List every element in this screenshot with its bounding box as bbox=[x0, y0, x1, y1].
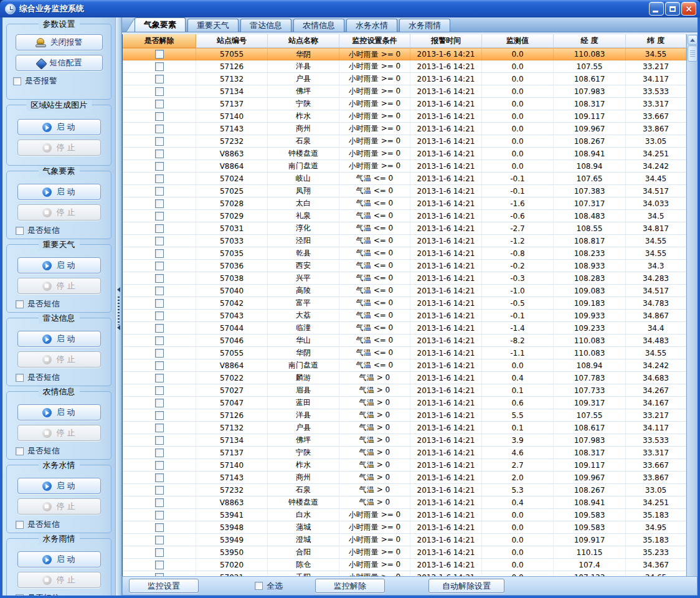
column-header-2[interactable]: 站点编号 bbox=[196, 34, 268, 48]
table-row[interactable]: 57046华山气温 <= 02013-1-6 14:21-8.2110.0833… bbox=[123, 335, 686, 347]
start-button[interactable]: 启 动 bbox=[17, 257, 101, 273]
table-row[interactable]: 57132户县气温 > 02013-1-6 14:210.1108.61734.… bbox=[123, 422, 686, 434]
sms-checkbox[interactable] bbox=[16, 594, 24, 596]
minimize-button[interactable] bbox=[649, 2, 664, 16]
table-row[interactable]: 57047蓝田气温 > 02013-1-6 14:210.6109.31734.… bbox=[123, 397, 686, 409]
close-button[interactable]: × bbox=[681, 2, 696, 16]
sidebar-splitter[interactable] bbox=[116, 17, 122, 596]
release-checkbox[interactable] bbox=[155, 561, 164, 569]
column-header-7[interactable]: 经 度 bbox=[554, 34, 626, 48]
start-button[interactable]: 启 动 bbox=[17, 331, 101, 347]
release-checkbox[interactable] bbox=[155, 249, 164, 258]
release-checkbox[interactable] bbox=[155, 100, 164, 108]
release-checkbox[interactable] bbox=[155, 75, 164, 83]
table-row[interactable]: 57033泾阳气温 <= 02013-1-6 14:21-1.2108.8173… bbox=[123, 235, 686, 247]
release-checkbox[interactable] bbox=[155, 386, 164, 395]
table-row[interactable]: 57137宁陕小时雨量 >= 02013-1-6 14:210.0108.317… bbox=[123, 98, 686, 110]
sms-checkbox[interactable] bbox=[16, 300, 24, 308]
column-header-1[interactable]: 是否解除 bbox=[123, 34, 196, 48]
start-button[interactable]: 启 动 bbox=[17, 404, 101, 420]
auto-release-button[interactable]: 自动解除设置 bbox=[428, 579, 504, 593]
vertical-scrollbar[interactable] bbox=[686, 34, 698, 576]
table-row[interactable]: 57134佛坪小时雨量 >= 02013-1-6 14:210.0107.983… bbox=[123, 85, 686, 98]
table-row[interactable]: V8863钟楼盘道小时雨量 >= 02013-1-6 14:210.0108.9… bbox=[123, 148, 686, 160]
table-row[interactable]: 57020陈仓小时雨量 >= 02013-1-6 14:210.0107.434… bbox=[123, 559, 686, 571]
table-row[interactable]: 57036西安气温 <= 02013-1-6 14:21-0.2108.9333… bbox=[123, 260, 686, 272]
close-alarm-button[interactable]: 关闭报警 bbox=[16, 34, 103, 50]
release-checkbox[interactable] bbox=[155, 87, 164, 96]
scrollbar-thumb[interactable] bbox=[688, 45, 698, 62]
stop-button[interactable]: 停 止 bbox=[17, 204, 101, 221]
table-row[interactable]: 53948蒲城小时雨量 >= 02013-1-6 14:210.0109.583… bbox=[123, 521, 686, 534]
column-header-8[interactable]: 纬 度 bbox=[626, 34, 686, 48]
table-row[interactable]: 57140柞水小时雨量 >= 02013-1-6 14:210.0109.117… bbox=[123, 110, 686, 123]
release-checkbox[interactable] bbox=[155, 237, 164, 245]
table-row[interactable]: 57025凤翔气温 <= 02013-1-6 14:21-0.1107.3833… bbox=[123, 185, 686, 197]
table-row[interactable]: 57055华阴小时雨量 >= 02013-1-6 14:210.0110.083… bbox=[123, 48, 686, 60]
table-row[interactable]: 57126洋县小时雨量 >= 02013-1-6 14:210.0107.553… bbox=[123, 60, 686, 73]
sms-checkbox[interactable] bbox=[16, 521, 24, 529]
stop-button[interactable]: 停 止 bbox=[17, 498, 101, 515]
tab-重要天气[interactable]: 重要天气 bbox=[187, 19, 239, 32]
table-row[interactable]: 57022麟游气温 > 02013-1-6 14:210.4107.78334.… bbox=[123, 372, 686, 384]
sms-checkbox[interactable] bbox=[16, 227, 24, 235]
monitor-set-button[interactable]: 监控设置 bbox=[129, 579, 199, 593]
splitter-grip[interactable] bbox=[118, 297, 120, 325]
release-checkbox[interactable] bbox=[155, 511, 164, 520]
release-checkbox[interactable] bbox=[155, 536, 164, 544]
release-checkbox[interactable] bbox=[155, 212, 164, 221]
table-row[interactable]: 57042富平气温 <= 02013-1-6 14:21-0.5109.1833… bbox=[123, 297, 686, 310]
release-checkbox[interactable] bbox=[155, 548, 164, 557]
table-row[interactable]: 57028太白气温 <= 02013-1-6 14:21-1.6107.3173… bbox=[123, 197, 686, 210]
table-row[interactable]: 57232石泉气温 > 02013-1-6 14:215.3108.26733.… bbox=[123, 484, 686, 496]
region-start-button[interactable]: 启 动 bbox=[17, 119, 101, 135]
release-checkbox[interactable] bbox=[155, 262, 164, 270]
tab-水务水情[interactable]: 水务水情 bbox=[346, 19, 397, 32]
table-row[interactable]: 57232石泉小时雨量 >= 02013-1-6 14:210.0108.267… bbox=[123, 135, 686, 148]
release-checkbox[interactable] bbox=[155, 150, 164, 158]
select-all-checkbox[interactable] bbox=[255, 582, 263, 590]
table-row[interactable]: 57027眉县气温 > 02013-1-6 14:210.1107.73334.… bbox=[123, 384, 686, 397]
table-row[interactable]: 57137宁陕气温 > 02013-1-6 14:214.6108.31733.… bbox=[123, 447, 686, 459]
sms-config-button[interactable]: 短信配置 bbox=[16, 55, 103, 71]
release-checkbox[interactable] bbox=[155, 473, 164, 482]
table-row[interactable]: 57132户县小时雨量 >= 02013-1-6 14:210.0108.617… bbox=[123, 73, 686, 85]
release-checkbox[interactable] bbox=[155, 498, 164, 507]
table-row[interactable]: 57055华阴气温 <= 02013-1-6 14:21-1.1110.0833… bbox=[123, 347, 686, 359]
release-checkbox[interactable] bbox=[155, 162, 164, 171]
scroll-up-button[interactable] bbox=[688, 35, 698, 45]
release-checkbox[interactable] bbox=[155, 137, 164, 146]
release-checkbox[interactable] bbox=[155, 336, 164, 345]
stop-button[interactable]: 停 止 bbox=[17, 278, 101, 294]
release-checkbox[interactable] bbox=[155, 448, 164, 457]
table-row[interactable]: 57043大荔气温 <= 02013-1-6 14:21-0.1109.9333… bbox=[123, 310, 686, 322]
alarm-checkbox[interactable] bbox=[13, 77, 21, 85]
column-header-3[interactable]: 站点名称 bbox=[268, 34, 339, 48]
stop-button[interactable]: 停 止 bbox=[17, 425, 101, 441]
release-checkbox[interactable] bbox=[155, 112, 164, 121]
release-checkbox[interactable] bbox=[155, 174, 164, 183]
monitor-release-button[interactable]: 监控解除 bbox=[315, 579, 385, 593]
table-row[interactable]: V8864南门盘道小时雨量 >= 02013-1-6 14:210.0108.9… bbox=[123, 160, 686, 173]
table-row[interactable]: 57040高陵气温 <= 02013-1-6 14:21-1.0109.0833… bbox=[123, 285, 686, 297]
column-header-4[interactable]: 监控设置条件 bbox=[339, 34, 410, 48]
table-row[interactable]: 57143商州气温 > 02013-1-6 14:212.0109.96733.… bbox=[123, 472, 686, 484]
table-row[interactable]: 57038兴平气温 <= 02013-1-6 14:21-0.3108.2833… bbox=[123, 272, 686, 285]
table-row[interactable]: 53941白水小时雨量 >= 02013-1-6 14:210.0109.583… bbox=[123, 509, 686, 521]
release-checkbox[interactable] bbox=[155, 62, 164, 71]
tab-水务雨情[interactable]: 水务雨情 bbox=[399, 19, 450, 32]
release-checkbox[interactable] bbox=[155, 374, 164, 382]
release-checkbox[interactable] bbox=[155, 436, 164, 445]
release-checkbox[interactable] bbox=[155, 486, 164, 495]
table-row[interactable]: 57143商州小时雨量 >= 02013-1-6 14:210.0109.967… bbox=[123, 123, 686, 135]
sms-checkbox[interactable] bbox=[16, 374, 24, 382]
table-row[interactable]: 57134佛坪气温 > 02013-1-6 14:213.9107.98333.… bbox=[123, 434, 686, 447]
table-row[interactable]: 57044临潼气温 <= 02013-1-6 14:21-1.4109.2333… bbox=[123, 322, 686, 335]
sms-checkbox[interactable] bbox=[16, 447, 24, 455]
table-row[interactable]: 57126洋县气温 > 02013-1-6 14:215.5107.5533.2… bbox=[123, 409, 686, 422]
start-button[interactable]: 启 动 bbox=[17, 478, 101, 494]
release-checkbox[interactable] bbox=[155, 411, 164, 420]
release-checkbox[interactable] bbox=[155, 187, 164, 196]
release-checkbox[interactable] bbox=[155, 50, 164, 59]
table-row[interactable]: 57029礼泉气温 <= 02013-1-6 14:21-0.6108.4833… bbox=[123, 210, 686, 222]
